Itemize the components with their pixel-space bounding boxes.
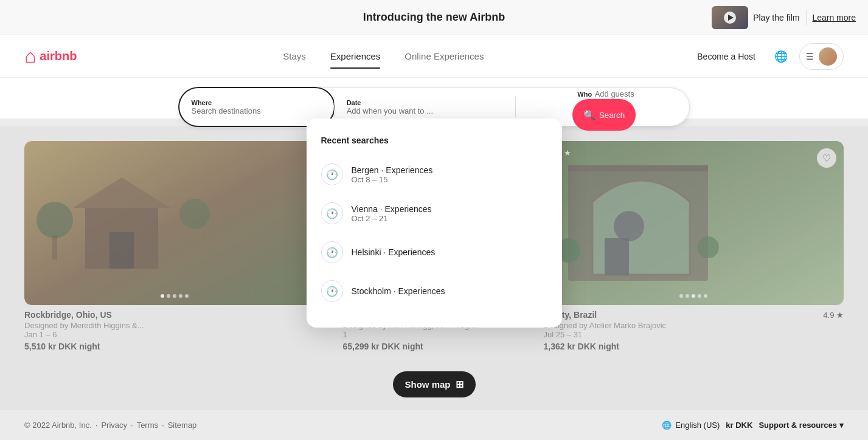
recent-item-3[interactable]: 🕐 Stockholm · Experiences (321, 272, 547, 311)
recent-searches-title: Recent searches (321, 136, 547, 145)
clock-icon-1: 🕐 (321, 202, 343, 224)
recent-item-1[interactable]: 🕐 Vienna · Experiences Oct 2 – 21 (321, 194, 547, 233)
date-value: Add when you want to ... (347, 106, 503, 115)
clock-icon-2: 🕐 (321, 241, 343, 263)
svg-point-18 (614, 211, 644, 241)
svg-point-4 (36, 202, 73, 238)
svg-rect-17 (605, 238, 629, 275)
clock-icon-3: 🕐 (321, 280, 343, 302)
listing-sub-2: Designed by Atelier Marko Brajovic (544, 321, 844, 330)
footer-terms-link[interactable]: Terms (137, 421, 158, 430)
footer-sitemap-link[interactable]: Sitemap (168, 421, 197, 430)
banner-title: Introducing the new Airbnb (363, 11, 505, 24)
recent-searches-dropdown: Recent searches 🕐 Bergen · Experiences O… (307, 119, 562, 328)
listing-dates-0: Jan 1 – 6 (24, 330, 325, 339)
play-icon (728, 15, 734, 21)
menu-profile-button[interactable]: ☰ (799, 43, 844, 70)
listing-image-2: ♡ 4.9 ★ (544, 141, 844, 305)
listing-price-0: 5,510 kr DKK night (24, 342, 325, 351)
avatar (819, 47, 837, 66)
chevron-down-icon: ▾ (839, 421, 844, 430)
film-thumbnail (712, 6, 748, 29)
listing-photo-2 (544, 141, 844, 305)
recent-primary-3: Stockholm · Experiences (352, 286, 445, 296)
tab-online-experiences[interactable]: Online Experiences (392, 46, 496, 66)
recent-secondary-0: Oct 8 – 15 (352, 175, 433, 184)
globe-button[interactable]: 🌐 (770, 46, 792, 67)
where-label: Where (192, 99, 322, 106)
show-map-label: Show map (404, 379, 450, 390)
where-value: Search destinations (192, 106, 322, 115)
dot-indicators-0 (161, 294, 189, 298)
footer-right: 🌐 English (US) kr DKK Support & resource… (662, 421, 844, 430)
search-button-text: Search (599, 111, 625, 120)
listing-dates-1: 1 (343, 330, 532, 339)
navbar: ⌂ airbnb Stays Experiences Online Experi… (0, 35, 868, 78)
listing-info-2: Paraty, Brazil 4.9 ★ Designed by Atelier… (544, 305, 844, 354)
support-label: Support & resources (759, 421, 837, 430)
who-value: Add guests (595, 89, 634, 98)
footer-language-button[interactable]: 🌐 English (US) (662, 421, 720, 430)
recent-primary-2: Helsinki · Experiences (352, 247, 436, 257)
listing-info-0: Rockbridge, Ohio, US Designed by Meredit… (24, 305, 325, 354)
who-label: Who (577, 91, 592, 98)
nav-tabs: Stays Experiences Online Experiences (271, 46, 496, 66)
support-resources-button[interactable]: Support & resources ▾ (759, 421, 844, 430)
recent-secondary-1: Oct 2 – 21 (352, 214, 432, 223)
banner-right: Play the film Learn more (712, 6, 856, 29)
recent-primary-1: Vienna · Experiences (352, 204, 432, 214)
svg-rect-6 (52, 235, 57, 260)
learn-more-button[interactable]: Learn more (812, 13, 856, 22)
tab-stays[interactable]: Stays (271, 46, 318, 66)
svg-point-5 (179, 199, 210, 229)
search-button[interactable]: 🔍 Search (572, 99, 636, 131)
airbnb-logo-icon: ⌂ (24, 45, 36, 67)
listing-image-0 (24, 141, 325, 305)
hamburger-icon: ☰ (806, 52, 814, 61)
nav-right: Become a Host 🌐 ☰ (690, 43, 844, 70)
clock-icon-0: 🕐 (321, 163, 343, 185)
dot-indicators-2 (679, 294, 707, 298)
footer: © 2022 Airbnb, Inc. · Privacy · Terms · … (0, 410, 868, 440)
search-icon: 🔍 (583, 109, 595, 121)
svg-point-20 (697, 236, 719, 258)
globe-footer-icon: 🌐 (662, 421, 672, 430)
become-host-button[interactable]: Become a Host (690, 47, 763, 66)
map-grid-icon: ⊞ (456, 379, 464, 390)
banner-divider (807, 10, 807, 25)
listing-sub-0: Designed by Meredith Higgins &... (24, 321, 325, 330)
footer-left: © 2022 Airbnb, Inc. · Privacy · Terms · … (24, 421, 196, 430)
play-film-button[interactable]: Play the film (753, 13, 799, 22)
footer-privacy-link[interactable]: Privacy (101, 421, 127, 430)
logo[interactable]: ⌂ airbnb (24, 45, 77, 67)
listing-photo-0 (24, 141, 325, 305)
top-banner: Introducing the new Airbnb Play the film… (0, 0, 868, 35)
globe-icon: 🌐 (774, 50, 788, 63)
tab-experiences[interactable]: Experiences (318, 46, 393, 66)
recent-item-0[interactable]: 🕐 Bergen · Experiences Oct 8 – 15 (321, 155, 547, 194)
show-map-button[interactable]: Show map ⊞ (392, 371, 475, 397)
listing-dates-2: Jul 25 – 31 (544, 330, 844, 339)
save-button-2[interactable]: ♡ (817, 148, 836, 168)
listing-location-0: Rockbridge, Ohio, US (24, 310, 325, 320)
logo-text: airbnb (40, 49, 77, 63)
listing-rating-2: 4.9 ★ (823, 311, 844, 320)
recent-item-2[interactable]: 🕐 Helsinki · Experiences (321, 233, 547, 272)
listing-card-2[interactable]: ♡ 4.9 ★ Paraty, Brazil 4.9 ★ Designed by… (544, 141, 844, 354)
listing-price-2: 1,362 kr DKK night (544, 342, 844, 351)
svg-rect-3 (109, 232, 134, 269)
footer-currency: kr DKK (726, 421, 752, 430)
recent-primary-0: Bergen · Experiences (352, 165, 433, 175)
footer-language: English (US) (675, 421, 720, 430)
listing-card-0[interactable]: Rockbridge, Ohio, US Designed by Meredit… (24, 141, 325, 354)
listing-price-1: 65,299 kr DKK night (343, 342, 532, 351)
date-label: Date (347, 99, 503, 106)
copyright: © 2022 Airbnb, Inc. (24, 421, 92, 430)
svg-rect-16 (568, 165, 708, 171)
